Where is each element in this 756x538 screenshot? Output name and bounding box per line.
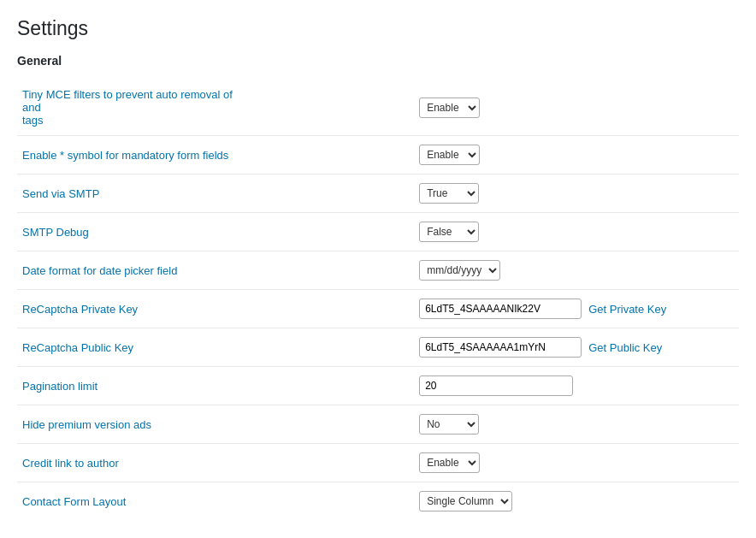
setting-label-recaptcha-public: ReCaptcha Public Key xyxy=(17,328,414,367)
setting-control-hide-ads: NoYes xyxy=(414,405,739,444)
table-row: Send via SMTPTrueFalse xyxy=(17,174,739,213)
select-date-format[interactable]: mm/dd/yyyydd/mm/yyyyyyyy/mm/dd xyxy=(419,260,500,281)
select-credit-link[interactable]: EnableDisable xyxy=(419,452,480,473)
table-row: Enable * symbol for mandatory form field… xyxy=(17,136,739,174)
setting-label-tiny-mce: Tiny MCE filters to prevent auto removal… xyxy=(17,80,414,136)
setting-label-pagination: Pagination limit xyxy=(17,367,414,405)
setting-label-date-format: Date format for date picker field xyxy=(17,251,414,290)
table-row: Hide premium version adsNoYes xyxy=(17,405,739,444)
setting-control-recaptcha-public: Get Public Key xyxy=(414,328,739,367)
table-row: Credit link to authorEnableDisable xyxy=(17,444,739,482)
select-asterisk[interactable]: EnableDisable xyxy=(419,145,480,165)
setting-label-asterisk: Enable * symbol for mandatory form field… xyxy=(17,136,414,174)
table-row: ReCaptcha Public KeyGet Public Key xyxy=(17,328,739,367)
link-recaptcha-public[interactable]: Get Public Key xyxy=(588,341,662,354)
input-recaptcha-private[interactable] xyxy=(419,299,582,319)
setting-control-asterisk: EnableDisable xyxy=(414,136,739,174)
table-row: Contact Form LayoutSingle ColumnTwo Colu… xyxy=(17,482,739,521)
table-row: Date format for date picker fieldmm/dd/y… xyxy=(17,251,739,290)
setting-label-credit-link: Credit link to author xyxy=(17,444,414,482)
select-smtp-debug[interactable]: TrueFalse xyxy=(419,222,479,242)
setting-label-form-layout: Contact Form Layout xyxy=(17,482,414,521)
table-row: ReCaptcha Private KeyGet Private Key xyxy=(17,290,739,328)
input-recaptcha-public[interactable] xyxy=(419,337,582,358)
page-title: Settings xyxy=(17,17,739,40)
setting-control-form-layout: Single ColumnTwo Column xyxy=(414,482,739,521)
table-row: Tiny MCE filters to prevent auto removal… xyxy=(17,80,739,136)
table-row: Pagination limit xyxy=(17,367,739,405)
setting-control-tiny-mce: EnableDisable xyxy=(414,80,739,136)
select-smtp[interactable]: TrueFalse xyxy=(419,183,479,204)
link-recaptcha-private[interactable]: Get Private Key xyxy=(588,303,666,316)
select-hide-ads[interactable]: NoYes xyxy=(419,414,479,435)
setting-control-smtp: TrueFalse xyxy=(414,174,739,213)
setting-control-credit-link: EnableDisable xyxy=(414,444,739,482)
setting-label-hide-ads: Hide premium version ads xyxy=(17,405,414,444)
section-title: General xyxy=(17,54,739,68)
select-form-layout[interactable]: Single ColumnTwo Column xyxy=(419,491,512,511)
setting-label-recaptcha-private: ReCaptcha Private Key xyxy=(17,290,414,328)
setting-label-smtp: Send via SMTP xyxy=(17,174,414,213)
select-tiny-mce[interactable]: EnableDisable xyxy=(419,98,480,118)
input-pagination[interactable] xyxy=(419,375,573,396)
setting-control-pagination xyxy=(414,367,739,405)
setting-label-smtp-debug: SMTP Debug xyxy=(17,213,414,251)
page-wrapper: Settings General Tiny MCE filters to pre… xyxy=(0,0,756,538)
setting-control-date-format: mm/dd/yyyydd/mm/yyyyyyyy/mm/dd xyxy=(414,251,739,290)
table-row: SMTP DebugTrueFalse xyxy=(17,213,739,251)
settings-table: Tiny MCE filters to prevent auto removal… xyxy=(17,80,739,520)
setting-control-recaptcha-private: Get Private Key xyxy=(414,290,739,328)
setting-control-smtp-debug: TrueFalse xyxy=(414,213,739,251)
